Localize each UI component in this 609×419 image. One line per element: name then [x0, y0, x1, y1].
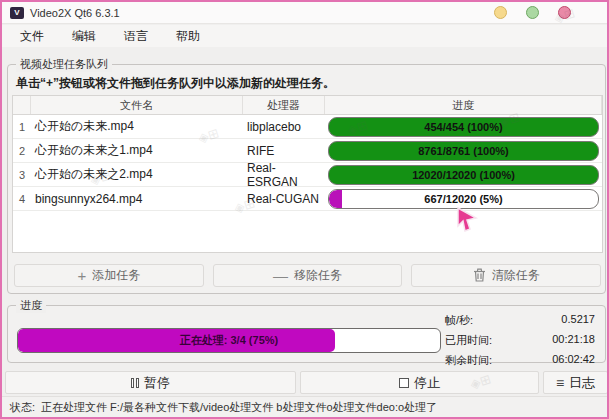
row-filename: 心开始の未来之2.mp4 [31, 166, 243, 183]
row-processor: libplacebo [243, 120, 325, 134]
overall-progress-label: 正在处理: 3/4 (75%) [18, 329, 440, 352]
row-number: 1 [13, 121, 31, 133]
row-progress-label: 8761/8761 (100%) [329, 142, 598, 160]
log-icon: ≡ [556, 376, 564, 390]
maximize-button[interactable] [526, 6, 539, 19]
row-progress-bar: 667/12020 (5%) [328, 189, 599, 209]
minimize-button[interactable] [494, 6, 507, 19]
menu-language[interactable]: 语言 [110, 26, 162, 47]
plus-icon: + [77, 268, 86, 283]
remaining-value: 06:02:42 [552, 353, 595, 368]
clear-tasks-button[interactable]: 清除任务 [411, 264, 601, 287]
header-processor[interactable]: 处理器 [243, 96, 325, 114]
row-filename: 心开始の未来之1.mp4 [31, 142, 243, 159]
log-label: 日志 [569, 374, 595, 392]
overall-progress-bar: 正在处理: 3/4 (75%) [17, 328, 441, 353]
row-progress-bar: 12020/12020 (100%) [328, 165, 599, 185]
row-processor: Real-CUGAN [243, 192, 325, 206]
row-processor: Real-ESRGAN [243, 161, 325, 189]
elapsed-label: 已用时间: [445, 333, 492, 348]
row-progress-label: 454/454 (100%) [329, 118, 598, 136]
pause-button[interactable]: 暂停 [5, 371, 296, 394]
app-logo-icon: V [10, 7, 24, 19]
row-progress-bar: 8761/8761 (100%) [328, 141, 599, 161]
row-progress-label: 12020/12020 (100%) [329, 166, 598, 184]
task-queue-group: 视频处理任务队列 单击“+”按钮或将文件拖到任务队列中以添加新的处理任务。 文件… [7, 64, 606, 294]
title-bar: V Video2X Qt6 6.3.1 [2, 2, 607, 24]
elapsed-value: 00:21:18 [552, 333, 595, 348]
progress-group: 进度 正在处理: 3/4 (75%) 帧/秒:0.5217 已用时间:00:21… [7, 305, 606, 363]
menu-file[interactable]: 文件 [6, 26, 58, 47]
stop-button[interactable]: 停止 [300, 371, 539, 394]
trash-icon [473, 268, 486, 284]
log-button[interactable]: ≡ 日志 [543, 371, 608, 394]
pause-icon [131, 378, 139, 388]
row-processor: RIFE [243, 144, 325, 158]
table-row[interactable]: 3 心开始の未来之2.mp4 Real-ESRGAN 12020/12020 (… [13, 163, 602, 187]
remove-task-label: 移除任务 [294, 267, 342, 284]
table-row[interactable]: 1 心开始の未来.mp4 libplacebo 454/454 (100%) [13, 115, 602, 139]
menu-edit[interactable]: 编辑 [58, 26, 110, 47]
row-number: 3 [13, 169, 31, 181]
clear-tasks-label: 清除任务 [492, 267, 540, 284]
row-progress-bar: 454/454 (100%) [328, 117, 599, 137]
add-task-label: 添加任务 [92, 267, 140, 284]
window-title: Video2X Qt6 6.3.1 [30, 7, 120, 19]
row-filename: 心开始の未来.mp4 [31, 118, 243, 135]
row-filename: bingsunnyx264.mp4 [31, 192, 243, 206]
menu-help[interactable]: 帮助 [162, 26, 214, 47]
remove-task-button[interactable]: — 移除任务 [213, 264, 403, 287]
row-number: 2 [13, 145, 31, 157]
table-row[interactable]: 2 心开始の未来之1.mp4 RIFE 8761/8761 (100%) [13, 139, 602, 163]
task-table: 文件名 处理器 进度 1 心开始の未来.mp4 libplacebo 454/4… [12, 95, 603, 253]
menu-bar: 文件 编辑 语言 帮助 [2, 25, 607, 47]
drag-drop-hint: 单击“+”按钮或将文件拖到任务队列中以添加新的处理任务。 [16, 75, 335, 92]
stats-panel: 帧/秒:0.5217 已用时间:00:21:18 剩余时间:06:02:42 [445, 313, 595, 373]
app-window: V Video2X Qt6 6.3.1 文件 编辑 语言 帮助 视频处理任务队列… [0, 0, 609, 419]
minus-icon: — [273, 268, 288, 283]
table-row[interactable]: 4 bingsunnyx264.mp4 Real-CUGAN 667/12020… [13, 187, 602, 211]
status-message: 正在处理文件 F:/最各种文件下载/video处理文件 b处理文件o处理文件de… [41, 400, 437, 415]
task-queue-group-title: 视频处理任务队列 [16, 57, 112, 72]
header-filename[interactable]: 文件名 [31, 96, 243, 114]
progress-group-title: 进度 [16, 298, 46, 313]
stop-icon [399, 378, 409, 388]
close-button[interactable] [558, 6, 571, 19]
status-label: 状态: [10, 400, 35, 415]
fps-label: 帧/秒: [445, 313, 473, 328]
status-bar: 状态: 正在处理文件 F:/最各种文件下载/video处理文件 b处理文件o处理… [2, 396, 607, 417]
add-task-button[interactable]: + 添加任务 [14, 264, 204, 287]
stop-label: 停止 [414, 374, 440, 392]
fps-value: 0.5217 [561, 313, 595, 328]
header-num [13, 96, 31, 114]
task-table-header: 文件名 处理器 进度 [13, 96, 602, 115]
header-progress[interactable]: 进度 [325, 96, 602, 114]
pause-label: 暂停 [144, 374, 170, 392]
row-number: 4 [13, 193, 31, 205]
row-progress-label: 667/12020 (5%) [329, 190, 598, 208]
remaining-label: 剩余时间: [445, 353, 492, 368]
